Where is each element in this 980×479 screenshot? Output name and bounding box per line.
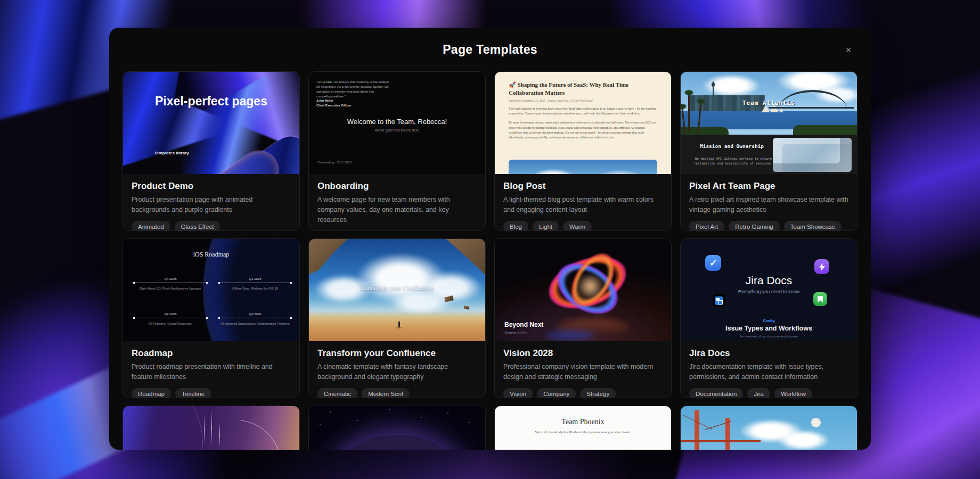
- tag: Glass Effect: [175, 221, 220, 232]
- cloud-shape: [389, 290, 453, 315]
- modal-header: Page Templates ×: [109, 28, 871, 71]
- chart-line: [219, 422, 220, 448]
- gradient-chart-thumbnail: [123, 406, 299, 450]
- moon-shape: [811, 418, 821, 427]
- tag: Company: [537, 388, 576, 399]
- card-title: Transform your Confluence: [317, 348, 477, 359]
- template-card-vision-2028[interactable]: Beyond Next Vision 2028 Vision 2028 Prof…: [494, 238, 672, 398]
- quote-author-name: John Miller: [316, 98, 352, 103]
- template-card-partial-2[interactable]: [308, 406, 486, 450]
- card-tags: Cinematic Modern Serif: [317, 388, 477, 399]
- milestone-features: Dark Mode 2.0, Push Notifications Upgrad…: [133, 287, 208, 290]
- card-title: Pixel Art Team Page: [689, 181, 848, 192]
- template-card-jira-docs[interactable]: ✓ Jira Docs Everything you need to know …: [680, 238, 858, 398]
- tag: Animated: [132, 221, 170, 232]
- thumb-subtext: We're glad that you're here: [309, 128, 485, 132]
- card-tags: Vision Company Strategy: [503, 388, 663, 399]
- card-description: Product presentation page with animated …: [132, 195, 291, 215]
- tag: Light: [533, 221, 559, 232]
- milestone: Q4 2025 Dark Mode 2.0, Push Notification…: [133, 277, 208, 290]
- thumb-footer: Onboarding · 20.X.2025: [317, 161, 352, 164]
- chart-line: [211, 410, 212, 445]
- thumb-headline: Welcome to the Team, Rebecca!: [309, 118, 485, 126]
- card-body: Blog Post A light-themed blog post templ…: [495, 174, 671, 231]
- card-description: A welcome page for new team members with…: [317, 195, 477, 225]
- thumb-subtext: Templates library: [154, 151, 189, 155]
- thumb-headline: Team Phoenix: [495, 418, 671, 426]
- tag: Warm: [563, 221, 592, 232]
- blog-hero-image: [509, 160, 657, 174]
- milestone-features: AI-powered Suggestions, Collaboration Fe…: [218, 322, 292, 325]
- bridge-tower: [695, 410, 699, 450]
- thumb-headline: 🚀 Shaping the Future of SaaS: Why Real T…: [509, 81, 640, 97]
- floor-reflection: [546, 331, 594, 340]
- template-card-partial-1[interactable]: [123, 406, 300, 450]
- rock-shape: [464, 305, 470, 310]
- thumb-headline: Team Atlantis: [681, 100, 857, 106]
- close-icon[interactable]: ×: [842, 44, 855, 56]
- pixel-bridge-thumbnail: [681, 406, 857, 450]
- milestone-quarter: Q4 2025: [133, 277, 208, 280]
- jira-docs-thumbnail: ✓ Jira Docs Everything you need to know …: [681, 239, 857, 341]
- thumb-headline: Beyond Next: [504, 321, 543, 328]
- template-card-partial-4[interactable]: [680, 406, 858, 450]
- thumb-paragraph: The SaaS industry is evolving faster tha…: [509, 106, 657, 117]
- thumb-quote-author: John Miller Chief Executive Officer: [316, 98, 352, 108]
- card-tags: Documentation Jira Workflow: [689, 388, 848, 399]
- thumb-meta: Published: September 23, 2025 · Author: …: [509, 99, 657, 102]
- tower-shape: [713, 81, 714, 97]
- onboarding-thumbnail: "At GLUED, we believe that creativity is…: [309, 72, 485, 174]
- thumb-headline: Pixel-perfect pages: [123, 94, 299, 109]
- palm-tree: [688, 93, 690, 131]
- card-description: Professional company vision template wit…: [503, 362, 663, 382]
- template-card-team-phoenix[interactable]: Team Phoenix We craft the Analytics Plat…: [494, 406, 672, 450]
- roadmap-thumbnail: iOS Roadmap Q4 2025 Dark Mode 2.0, Push …: [123, 239, 299, 341]
- template-card-pixel-art-team[interactable]: Team Atlantis Mission and Ownership We d…: [680, 71, 858, 231]
- tag: Vision: [503, 388, 533, 399]
- card-title: Product Demo: [132, 181, 291, 192]
- card-body: Pixel Art Team Page A retro pixel art in…: [681, 174, 857, 231]
- template-card-roadmap[interactable]: iOS Roadmap Q4 2025 Dark Mode 2.0, Push …: [123, 238, 300, 398]
- milestone: Q3 2026 AI-powered Suggestions, Collabor…: [218, 312, 292, 325]
- foliage-shape: [793, 125, 857, 135]
- timeline-line: [218, 318, 292, 318]
- card-title: Blog Post: [503, 181, 663, 192]
- card-title: Jira Docs: [689, 348, 848, 359]
- glass-knot-glow: [574, 275, 607, 298]
- milestone-quarter: Q3 2026: [218, 312, 292, 316]
- milestone-features: Offline Sync, Widgets for iOS 19: [218, 287, 292, 290]
- thumb-section-title: Mission and Ownership: [689, 143, 774, 149]
- card-description: Product roadmap presentation with timeli…: [132, 362, 291, 382]
- thumb-section-text: An overview of our structure and process: [681, 335, 857, 338]
- lone-figure: [398, 321, 400, 327]
- card-body: Roadmap Product roadmap presentation wit…: [123, 341, 299, 398]
- milestone: Q1 2026 Offline Sync, Widgets for iOS 19: [218, 277, 292, 290]
- confluence-thumbnail: Transform your Confluence: [309, 239, 485, 341]
- card-description: Jira documentation template with issue t…: [689, 362, 848, 382]
- thumb-section-text: We develop API Gateway service to ensure…: [689, 156, 778, 166]
- timeline-line: [133, 318, 208, 318]
- card-tags: Onboarding Welcome Team: [317, 230, 477, 231]
- tag: Blog: [503, 221, 528, 232]
- milestone-quarter: Q1 2026: [218, 277, 292, 280]
- card-body: Onboarding A welcome page for new team m…: [309, 174, 485, 231]
- milestone-features: All Features, Global Expansion: [133, 322, 208, 325]
- purple-planet-thumbnail: [309, 406, 485, 450]
- template-card-onboarding[interactable]: "At GLUED, we believe that creativity is…: [308, 71, 486, 231]
- quote-author-role: Chief Executive Officer: [316, 103, 352, 108]
- tag: Timeline: [175, 388, 211, 399]
- tag: Roadmap: [132, 388, 171, 399]
- timeline-line: [218, 283, 292, 283]
- tag: Welcome: [366, 230, 405, 231]
- page-templates-modal: Page Templates × Pixel-perfect pages Tem…: [109, 28, 871, 450]
- template-card-product-demo[interactable]: Pixel-perfect pages Templates library Pr…: [123, 71, 300, 231]
- thumb-subtext: Vision 2028: [504, 331, 527, 335]
- modal-title: Page Templates: [443, 43, 537, 57]
- template-card-transform-confluence[interactable]: Transform your Confluence Transform your…: [308, 238, 486, 398]
- tag: Jira: [747, 388, 770, 399]
- template-card-blog-post[interactable]: 🚀 Shaping the Future of SaaS: Why Real T…: [494, 71, 672, 231]
- mission-panel: Mission and Ownership We develop API Gat…: [681, 135, 857, 174]
- tag: Documentation: [689, 388, 743, 399]
- thumb-subtext: We craft the Analytics Platform that pow…: [495, 430, 671, 434]
- glowing-planet: [315, 435, 480, 450]
